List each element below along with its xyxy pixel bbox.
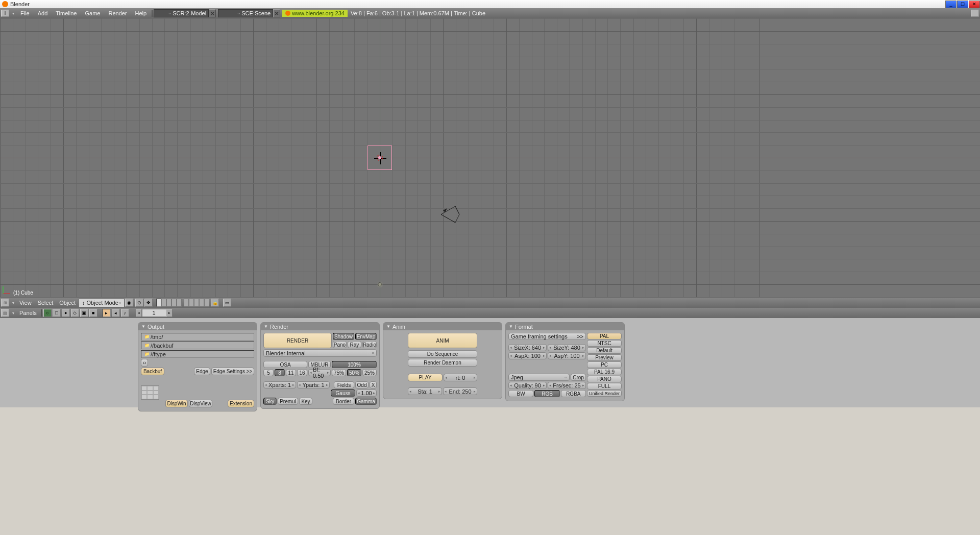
menu-add[interactable]: Add [34,10,52,16]
key-button[interactable]: Key [299,398,312,405]
menu-game[interactable]: Game [81,10,104,16]
layer-5[interactable] [177,299,182,307]
osa-button[interactable]: OSA [263,361,307,368]
context-shading[interactable]: ● [62,309,70,317]
gauss-button[interactable]: Gauss [331,390,355,397]
scene-delete-button[interactable]: ✕ [273,9,280,17]
engine-dropdown[interactable]: Blender Internal‹› [263,349,377,357]
frame-next[interactable]: ▸ [166,309,173,317]
default-preset[interactable]: Default [587,347,622,354]
fields-button[interactable]: Fields [334,381,354,388]
dispwin-button[interactable]: DispWin [165,400,188,407]
radio-button[interactable]: Radio [362,341,377,348]
subcontext-anim[interactable]: ◂ [112,309,120,317]
pc-preset[interactable]: PC [587,361,622,368]
mode-dropdown[interactable]: ↕Object Mode‹› [79,299,125,307]
format-dropdown[interactable]: Jpeg‹› [508,374,570,381]
rt-field[interactable]: ◂rt: 0▸ [444,374,477,381]
lamp-object[interactable] [378,282,382,286]
format-panel-header[interactable]: ▼Format [506,323,624,330]
layer-8[interactable] [194,299,199,307]
layer-7[interactable] [189,299,194,307]
pct25-button[interactable]: 25% [362,369,377,376]
layer-10[interactable] [204,299,209,307]
rgb-button[interactable]: RGB [534,390,559,397]
menu-help[interactable]: Help [131,10,151,16]
pct100-button[interactable]: 100% [332,361,377,368]
odd-button[interactable]: Odd [355,381,369,388]
render-daemon-button[interactable]: Render Daemon [408,359,477,367]
vp-menu-object[interactable]: Object [56,300,79,306]
unified-render-button[interactable]: Unified Render [587,390,622,397]
screen-delete-button[interactable]: ✕ [209,9,216,17]
frame-prev[interactable]: ◂ [136,309,142,317]
envmap-button[interactable]: EnvMap [355,333,377,340]
layer-3[interactable] [166,299,172,307]
xparts-field[interactable]: ◂Xparts: 1▸ [263,381,296,388]
layer-9[interactable] [199,299,204,307]
aspy-field[interactable]: ◂AspY: 100▸ [548,352,586,359]
viewport-type-icon[interactable]: ⊞ [1,299,9,307]
preview-preset[interactable]: Preview [587,354,622,361]
render-preview-button[interactable]: ▭ [223,299,231,307]
quadview-selector[interactable] [141,385,159,400]
menu-file[interactable]: File [16,10,34,16]
render-panel-header[interactable]: ▼Render [261,323,379,330]
bw-button[interactable]: BW [508,390,533,397]
viewport-3d[interactable]: // will be replaced by actual divs below… [0,18,980,298]
scene-link-button[interactable]: ‹› [141,359,148,367]
ftype-path-field[interactable]: 📁//ftype [141,350,254,358]
end-field[interactable]: ◂End: 250▸ [443,387,477,395]
border-button[interactable]: Border [333,398,354,405]
minimize-button[interactable]: _ [945,1,957,8]
backbuf-button[interactable]: Backbuf [141,368,164,375]
aspx-field[interactable]: ◂AspX: 100▸ [508,352,547,359]
screen-dropdown[interactable]: ‹› SCR:2-Model [154,9,209,17]
pal-preset[interactable]: PAL [587,333,622,339]
sizex-field[interactable]: ◂SizeX: 640▸ [508,344,547,351]
do-sequence-button[interactable]: Do Sequence [408,350,477,358]
viewport-collapse-icon[interactable]: ▾ [10,299,16,306]
edge-button[interactable]: Edge [194,368,210,375]
layer-1[interactable] [156,299,161,307]
vp-menu-select[interactable]: Select [35,300,57,306]
context-script[interactable]: □ [53,309,61,317]
fps-field[interactable]: ◂Frs/sec: 25▸ [548,382,586,389]
menu-timeline[interactable]: Timeline [52,10,81,16]
frame-field[interactable]: 1 [142,309,166,317]
layer-6[interactable] [184,299,189,307]
pano-preset[interactable]: PANO [587,376,622,382]
pct75-button[interactable]: 75% [332,369,346,376]
pct50-button[interactable]: 50% [347,369,361,376]
output-panel-header[interactable]: ▼Output [138,323,257,330]
url-banner[interactable]: www.blender.org 234 [282,10,348,17]
game-framing-button[interactable]: Game framing settings>> [508,333,586,340]
scene-dropdown[interactable]: ‹› SCE:Scene [218,9,273,17]
backbuf-path-field[interactable]: 📁//backbuf [141,342,254,349]
layer-4[interactable] [172,299,177,307]
context-scene[interactable]: ■ [89,309,97,317]
lock-button[interactable]: 🔒 [211,299,219,307]
output-path-field[interactable]: 📁/tmp/ [141,333,254,341]
maximize-button[interactable]: ☐ [957,1,968,8]
buttons-collapse-icon[interactable]: ▾ [10,309,16,317]
anim-button[interactable]: ANIM [408,333,477,348]
shadow-button[interactable]: Shadow [333,333,354,340]
menu-render[interactable]: Render [104,10,131,16]
osa5-button[interactable]: 5 [263,369,274,376]
layer-2[interactable] [161,299,166,307]
ray-button[interactable]: Ray [348,341,361,348]
context-editing[interactable]: ▣ [80,309,88,317]
subcontext-render[interactable]: ▸ [103,309,111,317]
pivot-button[interactable]: ⊙ [135,299,143,307]
edge-settings-button[interactable]: Edge Settings >> [211,368,254,375]
yparts-field[interactable]: ◂Yparts: 1▸ [297,381,330,388]
extension-button[interactable]: Extension [228,400,254,407]
vp-menu-view[interactable]: View [16,300,35,306]
close-button[interactable]: ✕ [969,1,980,8]
window-type-icon[interactable]: i [1,10,9,17]
premul-button[interactable]: Premul [278,398,298,405]
x-button[interactable]: X [370,381,377,388]
quality-field[interactable]: ◂Quality: 90▸ [508,382,547,389]
gauss-val-field[interactable]: ◂1.00▸ [356,390,377,397]
